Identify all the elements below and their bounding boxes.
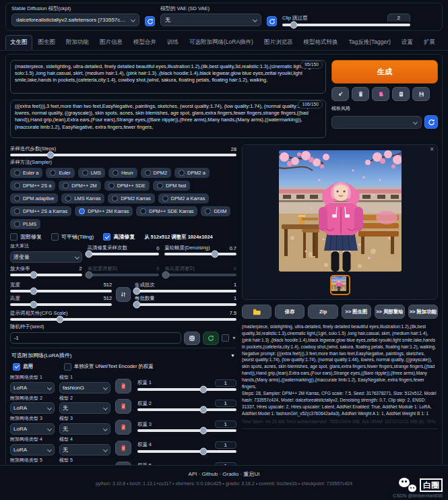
slider-handle[interactable] [133,301,141,308]
lora-file-button-4[interactable] [115,441,131,456]
lora-weight-value[interactable]: 1 [215,400,236,407]
lora-type-select-1[interactable]: LoRA [10,382,55,394]
sampler-option-dpm-adaptive[interactable]: DPM adaptive [10,193,58,204]
batch-size-slider[interactable]: 每批数量1 [135,295,236,306]
slider-handle[interactable] [290,22,298,29]
lora-model-select-1[interactable]: fashionG [59,382,110,394]
slider-handle[interactable] [200,385,207,393]
lora-file-button-2[interactable] [115,399,131,414]
slider-handle[interactable] [47,152,55,159]
sampler-option-dpm-2m[interactable]: DPM++ 2M [59,181,100,191]
lora-weight-value[interactable]: 1 [215,441,236,449]
sampler-option-euler[interactable]: Euler [46,168,74,178]
slider-handle[interactable] [30,271,38,278]
lora-type-select-3[interactable]: LoRA [10,423,55,435]
cfg-scale-slider[interactable]: 提示词相关性(CFG Scale)7.5 [10,310,236,321]
lora-accordion-header[interactable]: 可选附加网络(LoRA插件) ▼ [10,348,236,362]
sampler-option-dpm-sde[interactable]: DPM++ SDE [104,181,150,191]
apply-style-button[interactable] [392,87,410,101]
hires-steps-slider[interactable]: 高清修复采样次数0 [88,245,160,260]
sampler-option-lms[interactable]: LMS [78,168,105,178]
lora-weight-value[interactable]: 1 [215,420,236,428]
tab-设置[interactable]: 设置 [397,35,418,50]
tiling-checkbox[interactable]: 可平铺(Tiling) [51,233,94,241]
sampler-option-dpm2[interactable]: DPM2 [141,168,172,178]
gallery-thumbnail[interactable] [330,275,350,295]
slider-handle[interactable] [133,287,141,294]
upscaler-select[interactable]: 潜变量 [10,251,82,263]
sampler-option-dpm-sde-karras[interactable]: DPM++ SDE Karras [136,206,197,216]
send-to-extras-button[interactable]: >> 附加功能 [408,305,438,319]
send-to-inpaint-button[interactable]: >> 局部重绘 [375,305,404,319]
steps-slider[interactable]: 采样迭代步数(Steps)28 [10,146,236,156]
lora-file-button-1[interactable] [115,379,131,394]
footer-link-Github[interactable]: Github [202,471,218,477]
negative-prompt-input[interactable]: (((extra feet))),3 feet,more than two fe… [10,100,326,138]
tab-扩展[interactable]: 扩展 [419,35,440,50]
save-style-button[interactable] [412,87,430,101]
refresh-vae-button[interactable] [267,16,277,26]
slider-handle[interactable] [200,406,207,414]
random-seed-button[interactable] [184,332,200,345]
tab-图片信息[interactable]: 图片信息 [95,35,127,50]
slider-handle[interactable] [200,427,207,435]
tab-模型合并[interactable]: 模型合并 [129,35,161,50]
batch-count-slider[interactable]: 生成批次1 [135,282,236,292]
lora-separate-weights-checkbox[interactable]: 单独设置 UNet/Text Encoder 的权重 [64,363,154,371]
extra-networks-button[interactable] [372,87,389,101]
clip-skip-value[interactable]: 2 [387,13,410,22]
seed-extras-collapse-icon[interactable]: ▼ [232,336,236,340]
generated-image[interactable] [279,150,402,272]
lora-weight-slider-1[interactable]: 权重 11 [137,379,236,391]
footer-link-Gradio[interactable]: Gradio [222,471,238,477]
tab-图片浏览器[interactable]: 图片浏览器 [259,35,298,50]
reuse-seed-button[interactable] [203,332,219,345]
open-folder-button[interactable] [242,305,271,319]
prompt-input[interactable]: (masterpiece, sidelighting, ultra-detail… [10,60,326,94]
resize-height-slider[interactable]: 将高度调整到0 [164,265,236,276]
refresh-styles-button[interactable] [424,115,438,129]
slider-handle[interactable] [30,287,37,294]
slider-handle[interactable] [200,447,207,455]
sampler-option-plms[interactable]: PLMS [10,219,40,229]
lora-enable-checkbox[interactable]: 启用 [13,363,33,371]
sampler-option-ddim[interactable]: DDIM [201,206,230,216]
sampler-option-dpm-2m-karras[interactable]: DPM++ 2M Karras [75,206,133,216]
lora-model-select-2[interactable]: 无 [59,402,110,414]
vae-select[interactable]: 无 [160,13,261,26]
lora-model-select-3[interactable]: 无 [59,423,110,435]
sampler-option-dpm-fast[interactable]: DPM fast [153,181,190,191]
sampler-option-dpm-2s-a-karras[interactable]: DPM++ 2S a Karras [10,206,71,216]
upscale-by-slider[interactable]: 放大倍率2 [10,265,82,276]
restore-faces-checkbox[interactable]: 面部修复 [10,233,42,241]
sampler-option-dpm-2s-a[interactable]: DPM++ 2S a [10,181,55,191]
ckpt-select[interactable]: dalceforealistictallyv2.safetensors [733… [11,13,139,26]
hires-fix-checkbox[interactable]: 高清修复 [103,233,135,241]
clip-skip-slider[interactable]: Clip 跳过层 2 [282,13,410,26]
close-icon[interactable]: × [430,146,434,153]
tab-附加功能[interactable]: 附加功能 [61,35,94,50]
tab-可选附加网络(LoRA插件)[interactable]: 可选附加网络(LoRA插件) [185,35,258,50]
lora-weight-slider-3[interactable]: 权重 31 [137,420,236,432]
style-select[interactable] [331,116,422,129]
lora-weight-slider-4[interactable]: 权重 41 [137,441,236,453]
refresh-ckpt-button[interactable] [145,16,155,26]
height-slider[interactable]: 高度512 [10,295,112,306]
lora-model-select-4[interactable]: 无 [59,444,110,456]
tab-图生图[interactable]: 图生图 [34,35,61,50]
footer-link-API[interactable]: API [189,471,197,477]
zip-button[interactable]: Zip [308,305,338,319]
sampler-option-heun[interactable]: Heun [108,168,137,178]
sampler-option-dpm2-karras[interactable]: DPM2 Karras [108,193,154,204]
tab-训练[interactable]: 训练 [162,35,183,50]
width-slider[interactable]: 宽度512 [10,282,112,292]
send-to-img2img-button[interactable]: >> 图生图 [342,305,371,319]
extra-seed-checkbox[interactable] [222,334,229,342]
lora-type-select-4[interactable]: LoRA [10,444,55,456]
generate-button[interactable]: 生成 [331,60,438,84]
footer-link-重启UI[interactable]: 重启UI [243,471,259,477]
clear-prompt-button[interactable] [352,87,369,101]
tab-文生图[interactable]: 文生图 [5,35,32,50]
sampler-option-dpm2-a-karras[interactable]: DPM2 a Karras [158,193,210,204]
slider-handle[interactable] [56,315,63,323]
